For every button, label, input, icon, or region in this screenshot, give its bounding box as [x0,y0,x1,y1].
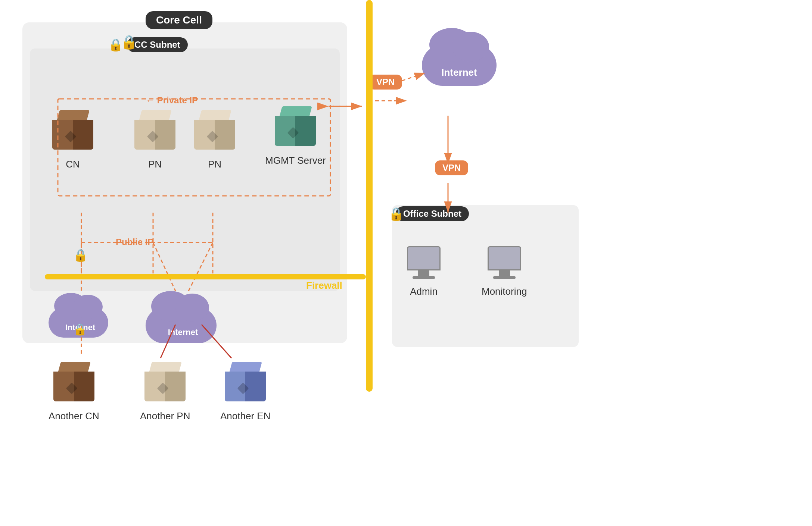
monitoring-monitor-node: Monitoring [482,246,527,297]
vertical-bar [366,0,373,392]
internet-label-right: Internet [414,67,504,78]
firewall-line [45,274,366,279]
office-subnet-label-wrap: Office Subnet [396,206,469,221]
cn-label: CN [66,159,80,170]
mgmt-server-node: MGMT Server [265,106,326,166]
internet-cloud-right: Internet [407,26,511,101]
admin-screen [407,246,441,270]
cn-server-node: CN [52,110,93,170]
office-subnet-badge: Office Subnet [396,206,469,221]
vpn-badge-top: VPN [369,75,402,90]
vpn-badge-middle: VPN [435,160,468,175]
monitoring-monitor-icon [488,246,521,279]
monitoring-base [493,276,516,279]
another-cn-lock: 🔒 [73,323,87,336]
another-en-node: Another EN [220,362,270,422]
pn1-server-node: PN [134,110,175,170]
cc-subnet-label-wrap: 🔒 CC Subnet [108,37,188,52]
admin-label: Admin [410,286,438,297]
firewall-label: Firewall [306,280,342,291]
another-cn-label: Another CN [49,410,99,422]
another-en-label: Another EN [220,410,270,422]
internet-cloud-2: Internet [142,291,231,347]
admin-monitor-node: Admin [407,246,441,297]
mgmt-server-label: MGMT Server [265,155,326,166]
private-ip-label: ← Private IP [146,95,198,106]
diagram-container: Core Cell 🔒 CC Subnet Firewall [0,0,812,526]
pn2-label: PN [208,159,221,170]
public-ip-label: Public IP [116,237,153,247]
another-cn-node: Another CN [49,362,99,422]
internet-label-2: Internet [142,328,224,337]
public-ip-lock-cn: 🔒 [73,248,88,262]
monitoring-screen [488,246,521,270]
admin-base [413,276,435,279]
cc-subnet-lock: 🔒 [121,34,137,50]
pn2-server-node: PN [194,110,235,170]
office-subnet-lock: 🔒 [388,206,404,221]
another-pn-label: Another PN [140,410,190,422]
another-pn-node: Another PN [140,362,190,422]
admin-stand [418,270,429,276]
core-cell-label: Core Cell [146,11,212,29]
admin-monitor-icon [407,246,441,279]
office-subnet-text: Office Subnet [403,209,461,219]
pn1-label: PN [148,159,162,170]
monitoring-stand [499,270,510,276]
monitoring-label: Monitoring [482,286,527,297]
